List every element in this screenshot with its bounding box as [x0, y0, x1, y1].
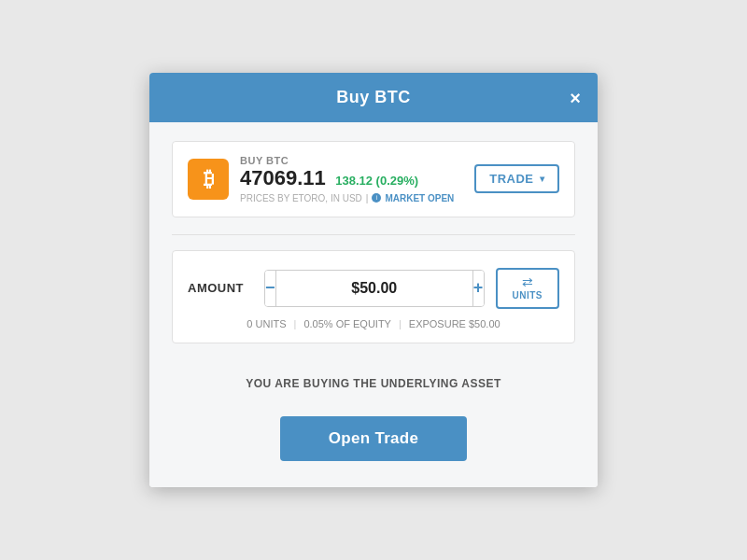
asset-row: ₿ BUY BTC 47069.11 138.12 (0.29%) PRICES… — [172, 141, 575, 217]
amount-label: AMOUNT — [188, 281, 253, 295]
asset-left: ₿ BUY BTC 47069.11 138.12 (0.29%) PRICES… — [188, 155, 454, 203]
switch-icon: ⇄ — [522, 275, 533, 288]
asset-info: BUY BTC 47069.11 138.12 (0.29%) PRICES B… — [240, 155, 454, 203]
trade-dropdown-button[interactable]: TRADE ▾ — [474, 164, 559, 193]
meta-sep-1: | — [294, 318, 297, 329]
asset-meta: PRICES BY ETORO, IN USD | i MARKET OPEN — [240, 193, 454, 203]
modal-title: Buy BTC — [336, 88, 411, 107]
btc-icon: ₿ — [188, 159, 229, 200]
btc-symbol: ₿ — [204, 167, 214, 191]
units-toggle-button[interactable]: ⇄ UNITS — [496, 268, 560, 309]
chevron-down-icon: ▾ — [540, 174, 545, 184]
separator: | — [366, 193, 369, 203]
market-icon: i — [372, 193, 381, 203]
exposure: EXPOSURE $50.00 — [409, 318, 500, 329]
amount-section: AMOUNT − + ⇄ UNITS 0 UNITS | 0.05% OF EQ… — [172, 250, 575, 343]
buy-btc-modal: Buy BTC × ₿ BUY BTC 47069.11 138.12 (0.2… — [149, 73, 598, 486]
asset-label: BUY BTC — [240, 155, 454, 166]
amount-controls: − + — [264, 270, 485, 307]
prices-by: PRICES BY ETORO, IN USD — [240, 193, 362, 203]
asset-change: 138.12 (0.29%) — [335, 174, 418, 188]
increase-button[interactable]: + — [472, 271, 484, 306]
equity-pct: 0.05% OF EQUITY — [303, 318, 391, 329]
market-status: MARKET OPEN — [385, 193, 454, 203]
asset-price-row: 47069.11 138.12 (0.29%) — [240, 166, 454, 190]
meta-sep-2: | — [399, 318, 402, 329]
divider — [172, 234, 575, 235]
trade-label: TRADE — [489, 172, 533, 186]
modal-header: Buy BTC × — [149, 73, 598, 122]
decrease-button[interactable]: − — [265, 271, 276, 306]
underlying-message: YOU ARE BUYING THE UNDERLYING ASSET — [172, 358, 575, 398]
asset-price: 47069.11 — [240, 166, 326, 189]
amount-meta: 0 UNITS | 0.05% OF EQUITY | EXPOSURE $50… — [188, 318, 559, 329]
open-trade-button[interactable]: Open Trade — [280, 416, 467, 461]
units-count: 0 UNITS — [247, 318, 286, 329]
close-button[interactable]: × — [570, 89, 581, 107]
units-label: UNITS — [513, 290, 543, 301]
modal-body: ₿ BUY BTC 47069.11 138.12 (0.29%) PRICES… — [149, 122, 598, 486]
amount-row: AMOUNT − + ⇄ UNITS — [188, 268, 559, 309]
amount-input[interactable] — [276, 271, 472, 306]
